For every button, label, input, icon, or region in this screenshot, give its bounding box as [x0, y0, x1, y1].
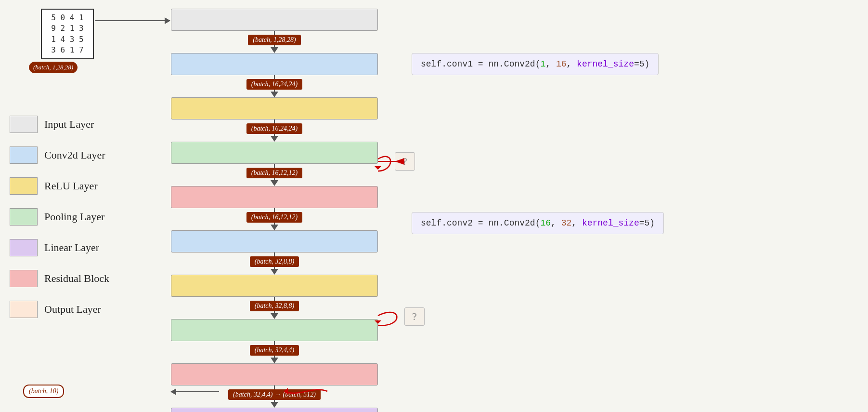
shape-badge-6: (batch, 32,8,8): [250, 301, 299, 311]
code2-eq: = nn.: [473, 218, 504, 228]
legend-label-output: Output Layer: [44, 303, 101, 316]
shape-badge-0: (batch, 1,28,28): [248, 35, 300, 45]
code2-n1: 16: [540, 218, 551, 228]
legend-label-pooling: Pooling Layer: [44, 211, 104, 223]
code-box-conv1: self.conv1 = nn.Conv2d(1, 16, kernel_siz…: [412, 53, 659, 75]
shape-badge-7: (batch, 32,4,4): [250, 345, 299, 356]
code2-self: self.: [421, 218, 447, 228]
legend-item-residual: Residual Block: [10, 270, 109, 287]
code1-eq: = nn.: [473, 59, 504, 69]
input-shape-badge: (batch, 1,28,28): [29, 62, 78, 73]
code1-conv1: conv1: [447, 59, 473, 69]
layer-pooling-1: [171, 142, 378, 164]
shape-badge-5: (batch, 32,8,8): [250, 256, 299, 267]
legend-box-relu: [10, 177, 38, 195]
legend-box-input: [10, 116, 38, 133]
layer-input: [171, 9, 378, 31]
legend-box-linear: [10, 239, 38, 256]
code2-conv2d: Conv2d(: [504, 218, 541, 228]
legend-box-conv2d: [10, 146, 38, 164]
layer-conv2d-2: [171, 230, 378, 253]
code1-n2: 16: [556, 59, 567, 69]
layer-residual-1: [171, 186, 378, 208]
legend-label-relu: ReLU Layer: [44, 180, 98, 192]
question-mark-2: ?: [404, 307, 425, 326]
legend-item-conv2d: Conv2d Layer: [10, 146, 109, 164]
legend-label-residual: Residual Block: [44, 272, 109, 285]
legend-box-pooling: [10, 208, 38, 226]
code2-conv2: conv2: [447, 218, 473, 228]
shape-badge-2: (batch, 16,24,24): [246, 123, 302, 134]
legend-item-linear: Linear Layer: [10, 239, 109, 256]
legend-item-pooling: Pooling Layer: [10, 208, 109, 226]
legend-label-input: Input Layer: [44, 118, 94, 131]
input-image-content: 5 0 4 19 2 1 31 4 3 53 6 1 7: [51, 13, 83, 56]
code1-n1: 1: [540, 59, 545, 69]
code1-conv2d: Conv2d(: [504, 59, 541, 69]
code-box-conv2: self.conv2 = nn.Conv2d(16, 32, kernel_si…: [412, 212, 664, 234]
layer-residual-2: [171, 363, 378, 385]
code1-param: kernel_size: [577, 59, 634, 69]
layer-relu-1: [171, 97, 378, 120]
shape-badge-1: (batch, 16,24,24): [246, 79, 302, 90]
legend-label-conv2d: Conv2d Layer: [44, 149, 105, 161]
shape-badge-3: (batch, 16,12,12): [246, 168, 302, 178]
layer-linear: [171, 408, 378, 412]
legend: Input Layer Conv2d Layer ReLU Layer Pool…: [10, 116, 109, 318]
shape-badge-4: (batch, 16,12,12): [246, 212, 302, 223]
layer-relu-2: [171, 275, 378, 297]
layer-pooling-2: [171, 319, 378, 341]
legend-box-residual: [10, 270, 38, 287]
legend-label-linear: Linear Layer: [44, 241, 99, 254]
input-image: 5 0 4 19 2 1 31 4 3 53 6 1 7: [41, 9, 94, 59]
legend-item-output: Output Layer: [10, 301, 109, 318]
code2-param: kernel_size: [582, 218, 639, 228]
input-arrow: [95, 20, 170, 21]
legend-item-relu: ReLU Layer: [10, 177, 109, 195]
code2-n2: 32: [561, 218, 572, 228]
output-shape-badge: (batch, 10): [23, 385, 64, 398]
shape-badge-8: (batch, 32,4,4) → (batch, 512): [228, 389, 321, 400]
network-diagram: (batch, 1,28,28) (batch, 16,24,24) (batc…: [171, 9, 378, 412]
legend-item-input: Input Layer: [10, 116, 109, 133]
output-arrow: [171, 391, 219, 392]
question-mark-1: ?: [395, 152, 415, 171]
code1-self: self.: [421, 59, 447, 69]
legend-box-output: [10, 301, 38, 318]
layer-conv2d-1: [171, 53, 378, 75]
